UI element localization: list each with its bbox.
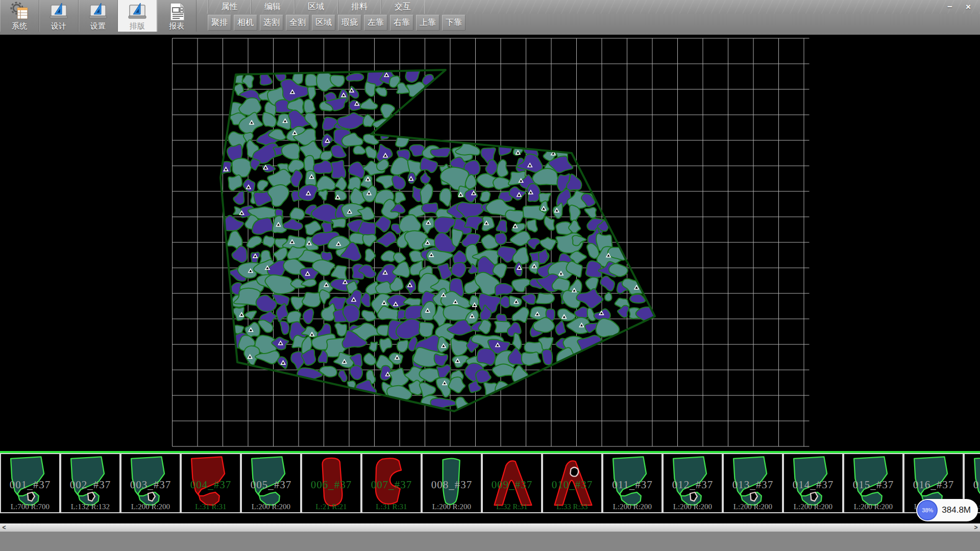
tool-button-1[interactable]: 聚排 (208, 15, 231, 31)
menu-tab-2[interactable]: 编辑 (251, 0, 295, 14)
menu-tab-3[interactable]: 区域 (295, 0, 338, 14)
menu-tab-5[interactable]: 交互 (381, 0, 425, 14)
thumbnail-002_#37[interactable]: 002_#37 L:132 R:132 (60, 453, 120, 513)
percent-indicator: 38% (917, 500, 938, 520)
piece-lr-count: L:200 R:200 (844, 503, 902, 511)
tool-button-3[interactable]: 选割 (260, 15, 283, 31)
piece-lr-count: L:31 R:31 (362, 503, 421, 511)
thumbnail-005_#37[interactable]: 005_#37 L:200 R:200 (241, 453, 301, 513)
nav-button-2[interactable]: 设计 (39, 0, 79, 32)
tool-button-5[interactable]: 区域 (312, 15, 335, 31)
thumbnail-003_#37[interactable]: 003_#37 L:200 R:200 (120, 453, 181, 513)
piece-id: 016_#37 (904, 479, 963, 491)
report-doc-icon (166, 2, 187, 21)
piece-id: 011_#37 (603, 479, 662, 491)
piece-id: 004_#37 (182, 479, 240, 491)
nav-button-3[interactable]: 设置 (79, 0, 118, 32)
nav-button-1[interactable]: 系统 (0, 0, 39, 32)
design-board-icon (48, 2, 69, 21)
piece-lr-count: L:700 R:700 (1, 503, 59, 511)
piece-lr-count: L:200 R:200 (242, 503, 300, 511)
scroll-right-icon[interactable]: > (972, 523, 980, 532)
piece-lr-count: L:21 R:21 (302, 503, 360, 511)
settings-board-icon (88, 2, 108, 21)
nesting-canvas[interactable] (0, 35, 980, 451)
piece-id: 010_#37 (543, 479, 601, 491)
piece-thumbnail-strip: 001_#37 L:700 R:700 002_#37 L:132 R:132 … (0, 451, 980, 513)
thumbnail-008_#37[interactable]: 008_#37 L:200 R:200 (422, 453, 482, 513)
thumbnail-004_#37[interactable]: 004_#37 L:31 R:31 (181, 453, 241, 513)
menu-tab-row: 属性编辑区域排料交互 − × (197, 0, 980, 14)
piece-lr-count: L:200 R:200 (724, 503, 782, 511)
thumbnail-012_#37[interactable]: 012_#37 L:200 R:200 (663, 453, 723, 513)
minimize-button[interactable]: − (942, 2, 958, 12)
piece-lr-count: L:200 R:200 (664, 503, 722, 511)
piece-lr-count: L:33 R:33 (543, 503, 601, 511)
main-nav: 系统 设计 设置 排版 报表 (0, 0, 197, 32)
nav-label: 设计 (51, 21, 66, 31)
gear-table-icon (9, 2, 30, 21)
scroll-left-icon[interactable]: < (0, 523, 8, 532)
memory-status-badge: 38% 384.8M (916, 499, 978, 521)
nav-label: 设置 (90, 21, 106, 31)
percent-value: 38% (922, 507, 933, 513)
thumbnail-001_#37[interactable]: 001_#37 L:700 R:700 (0, 453, 60, 513)
piece-id: 009_#37 (483, 479, 541, 491)
piece-id: 007_#37 (362, 479, 421, 491)
tool-button-4[interactable]: 全割 (286, 15, 309, 31)
tool-button-2[interactable]: 相机 (234, 15, 257, 31)
tool-button-9[interactable]: 上靠 (416, 15, 439, 31)
nav-label: 报表 (169, 21, 184, 31)
thumbnail-009_#37[interactable]: 009_#37 L:32 R:31 (482, 453, 542, 513)
nav-button-5[interactable]: 报表 (157, 0, 197, 32)
thumbnail-010_#37[interactable]: 010_#37 L:33 R:33 (542, 453, 602, 513)
nav-label: 系统 (12, 21, 27, 31)
status-bar (0, 532, 980, 551)
piece-id: 005_#37 (242, 479, 300, 491)
piece-lr-count: L:200 R:200 (603, 503, 662, 511)
toolbar: 聚排相机选割全割区域瑕疵左靠右靠上靠下靠 (197, 14, 980, 32)
piece-id: 003_#37 (121, 479, 180, 491)
piece-lr-count: L:31 R:31 (182, 503, 240, 511)
thumbnail-013_#37[interactable]: 013_#37 L:200 R:200 (723, 453, 783, 513)
piece-id: 008_#37 (423, 479, 481, 491)
nav-label: 排版 (130, 21, 145, 31)
ribbon-right: 属性编辑区域排料交互 − × 聚排相机选割全割区域瑕疵左靠右靠上靠下靠 (197, 0, 980, 35)
piece-lr-count: L:200 R:200 (784, 503, 842, 511)
tool-button-6[interactable]: 瑕疵 (338, 15, 361, 31)
tool-button-10[interactable]: 下靠 (442, 15, 465, 31)
piece-id: 006_#37 (302, 479, 360, 491)
close-button[interactable]: × (961, 2, 976, 12)
piece-id: 001_#37 (1, 479, 59, 491)
piece-id: 017_#37 (965, 479, 980, 491)
thumbnail-015_#37[interactable]: 015_#37 L:200 R:200 (843, 453, 903, 513)
piece-id: 012_#37 (664, 479, 722, 491)
piece-id: 002_#37 (61, 479, 119, 491)
piece-id: 014_#37 (784, 479, 842, 491)
ribbon: 系统 设计 设置 排版 报表 属性编辑区域排料交互 − × 聚排相机选割全割区域… (0, 0, 980, 35)
tool-button-7[interactable]: 左靠 (364, 15, 387, 31)
thumbnail-014_#37[interactable]: 014_#37 L:200 R:200 (783, 453, 843, 513)
nav-button-4[interactable]: 排版 (118, 0, 157, 32)
menu-tab-4[interactable]: 排料 (338, 0, 381, 14)
thumbnail-011_#37[interactable]: 011_#37 L:200 R:200 (602, 453, 663, 513)
piece-id: 015_#37 (844, 479, 902, 491)
horizontal-scrollbar[interactable]: < > (0, 523, 980, 532)
window-controls: − × (942, 0, 980, 14)
tool-button-8[interactable]: 右靠 (390, 15, 413, 31)
piece-lr-count: L:132 R:132 (61, 503, 119, 511)
piece-id: 013_#37 (724, 479, 782, 491)
piece-lr-count: L:200 R:200 (121, 503, 180, 511)
menu-tab-1[interactable]: 属性 (208, 0, 251, 14)
piece-lr-count: L:32 R:31 (483, 503, 541, 511)
piece-lr-count: L:200 R:200 (423, 503, 481, 511)
thumbnail-006_#37[interactable]: 006_#37 L:21 R:21 (301, 453, 361, 513)
nesting-board-icon (127, 2, 148, 21)
memory-value: 384.8M (942, 505, 971, 515)
thumbnail-007_#37[interactable]: 007_#37 L:31 R:31 (361, 453, 422, 513)
